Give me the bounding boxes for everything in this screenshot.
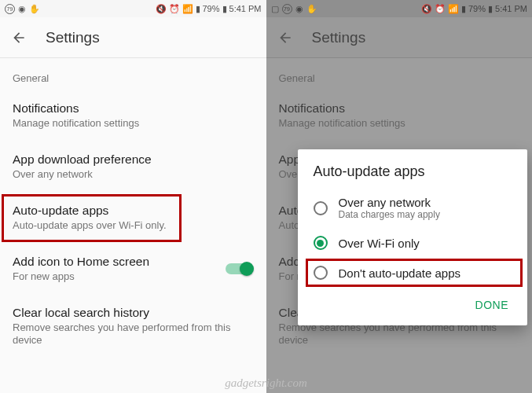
radio-icon [314,201,328,215]
toggle-switch[interactable] [226,261,254,277]
status-icon-circle: 79 [5,4,15,14]
radio-label: Over Wi-Fi only [339,237,420,250]
screen-left: 79 ◉ ✋ 🔇 ⏰ 📶 ▮ 79% ▮ 5:41 PM Settings Ge… [0,0,266,393]
section-general: General [0,58,266,90]
page-title: Settings [312,29,366,46]
status-icon-image: ▢ [271,4,279,14]
status-icon-hand: ✋ [29,4,40,14]
radio-icon [314,266,328,280]
item-title: Auto-update apps [13,204,254,218]
item-title: Notifications [13,101,254,116]
item-subtitle: Auto-update apps over Wi-Fi only. [13,219,254,233]
radio-option-wifi-only[interactable]: Over Wi-Fi only [298,228,528,258]
app-bar: Settings [0,17,266,58]
radio-icon-checked [314,236,328,250]
item-subtitle: Manage notification settings [279,117,520,130]
battery-percent: 79% [468,4,486,13]
status-icon-hand: ✋ [306,4,317,14]
signal-icon: ▮ [196,4,200,14]
auto-update-dialog: Auto-update apps Over any network Data c… [298,149,528,325]
status-icon-eye: ◉ [18,4,26,14]
radio-label: Over any network [339,196,440,209]
item-subtitle: For new apps [13,270,254,284]
item-download-pref[interactable]: App download preference Over any network [0,141,266,193]
item-title: App download preference [13,152,254,167]
wifi-icon: 📶 [182,4,193,14]
clock: 5:41 PM [495,4,527,13]
section-general: General [266,58,533,90]
status-icon-eye: ◉ [295,4,303,14]
radio-sublabel: Data charges may apply [339,209,440,220]
item-add-icon[interactable]: Add icon to Home screen For new apps [0,244,266,295]
mute-icon: 🔇 [421,4,432,14]
radio-option-any-network[interactable]: Over any network Data charges may apply [298,188,528,228]
item-notifications: Notifications Manage notification settin… [266,90,533,141]
back-icon[interactable] [11,30,27,46]
item-title: Add icon to Home screen [13,255,254,269]
radio-label: Don't auto-update apps [339,266,460,280]
app-bar: Settings [266,17,533,58]
signal-icon: ▮ [461,4,466,14]
battery-icon: ▮ [222,4,227,14]
battery-icon: ▮ [488,4,493,14]
item-subtitle: Manage notification settings [13,117,254,130]
item-notifications[interactable]: Notifications Manage notification settin… [0,90,266,141]
mute-icon: 🔇 [156,4,167,14]
clock: 5:41 PM [229,4,262,13]
item-title: Clear local search history [13,306,254,320]
item-title: Notifications [279,101,520,116]
status-icon-circle: 79 [282,4,292,14]
item-auto-update[interactable]: Auto-update apps Auto-update apps over W… [0,193,266,244]
dialog-actions: DONE [298,288,528,321]
item-subtitle: Over any network [13,168,254,182]
battery-percent: 79% [203,4,220,13]
highlight-box [2,194,182,242]
item-subtitle: Remove searches you have performed from … [13,321,254,348]
alarm-icon: ⏰ [435,4,446,14]
settings-list: General Notifications Manage notificatio… [0,58,266,358]
item-clear-history[interactable]: Clear local search history Remove search… [0,295,266,359]
alarm-icon: ⏰ [169,4,180,14]
back-icon[interactable] [277,30,293,46]
dialog-title: Auto-update apps [298,163,528,188]
screen-right: ▢ 79 ◉ ✋ 🔇 ⏰ 📶 ▮ 79% ▮ 5:41 PM Settings [266,0,533,393]
status-bar: 79 ◉ ✋ 🔇 ⏰ 📶 ▮ 79% ▮ 5:41 PM [0,0,266,17]
wifi-icon: 📶 [448,4,459,14]
done-button[interactable]: DONE [468,292,516,318]
status-bar: ▢ 79 ◉ ✋ 🔇 ⏰ 📶 ▮ 79% ▮ 5:41 PM [266,0,533,17]
radio-option-dont-update[interactable]: Don't auto-update apps [298,258,528,288]
page-title: Settings [46,29,100,46]
